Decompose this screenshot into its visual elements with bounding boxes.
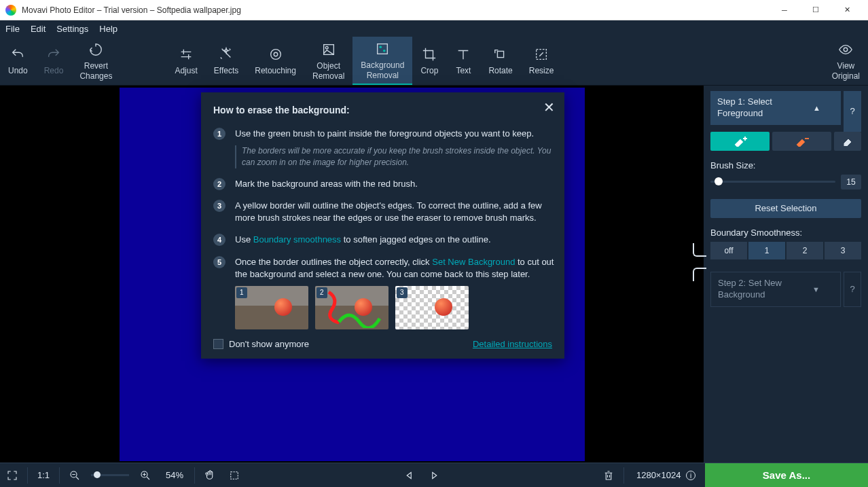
minimize-button[interactable]: ─ — [769, 0, 800, 20]
view-original-button[interactable]: View Original — [824, 37, 868, 85]
step-badge: 4 — [213, 234, 225, 246]
crop-button[interactable]: Crop — [412, 37, 446, 85]
svg-rect-4 — [378, 44, 388, 54]
eraser-button[interactable] — [834, 132, 861, 151]
revert-button[interactable]: Revert Changes — [71, 37, 120, 85]
step-text: Mark the background areas with the red b… — [235, 178, 555, 190]
menu-help[interactable]: Help — [99, 24, 117, 34]
redo-button[interactable]: Redo — [36, 37, 72, 85]
chevron-down-icon: ▼ — [812, 285, 820, 293]
svg-rect-7 — [497, 52, 503, 58]
selection-tool-button[interactable] — [222, 463, 247, 488]
background-removal-button[interactable]: Background Removal — [352, 37, 412, 85]
step-text: Use the green brush to paint inside the … — [235, 128, 555, 168]
step1-header[interactable]: Step 1: Select Foreground▲ — [710, 91, 841, 125]
boundary-3[interactable]: 3 — [825, 242, 861, 259]
app-logo — [5, 5, 16, 16]
brush-size-slider[interactable] — [710, 181, 835, 183]
svg-point-6 — [383, 50, 386, 52]
close-button[interactable]: ✕ — [831, 0, 863, 20]
revert-icon — [87, 41, 105, 58]
boundary-label: Boundary Smoothness: — [710, 228, 861, 238]
help-button-2[interactable]: ? — [844, 272, 861, 307]
crop-icon — [420, 46, 438, 63]
menu-bar: File Edit Settings Help — [0, 20, 868, 37]
zoom-slider[interactable] — [91, 474, 129, 476]
hand-tool-button[interactable] — [198, 463, 222, 488]
step-badge: 3 — [213, 200, 225, 212]
effects-button[interactable]: Effects — [206, 37, 247, 85]
rotate-icon — [492, 46, 509, 63]
sidebar: Step 1: Select Foreground▲ ? Brush Size:… — [704, 86, 868, 463]
adjust-button[interactable]: Adjust — [166, 37, 205, 85]
main-toolbar: Undo Redo Revert Changes Adjust Effects … — [0, 37, 868, 86]
tip-thumb-3: 3 — [395, 286, 469, 329]
zoom-value: 54% — [158, 470, 192, 480]
boundary-off[interactable]: off — [710, 242, 747, 259]
delete-button[interactable] — [596, 463, 621, 488]
boundary-segments: off 1 2 3 — [710, 242, 861, 259]
detailed-instructions-link[interactable]: Detailed instructions — [473, 339, 552, 349]
adjust-icon — [177, 46, 195, 63]
zoom-in-button[interactable] — [133, 463, 158, 488]
svg-point-0 — [270, 50, 281, 60]
rotate-button[interactable]: Rotate — [480, 37, 520, 85]
object-removal-icon — [320, 41, 338, 58]
undo-button[interactable]: Undo — [0, 37, 36, 85]
fullscreen-button[interactable] — [0, 463, 24, 488]
retouching-button[interactable]: Retouching — [247, 37, 304, 85]
window-title: Movavi Photo Editor – Trial version – So… — [22, 5, 769, 15]
eye-icon — [837, 41, 854, 58]
save-as-button[interactable]: Save As... — [705, 463, 868, 488]
maximize-button[interactable]: ☐ — [800, 0, 831, 20]
step-text: A yellow border will outline the object'… — [235, 200, 555, 224]
effects-icon — [217, 46, 235, 63]
checkbox-icon — [213, 339, 223, 349]
tips-heading: How to erase the background: — [213, 105, 564, 115]
tips-close-button[interactable]: ✕ — [543, 99, 555, 115]
dont-show-checkbox[interactable]: Don't show anymore — [213, 339, 309, 349]
svg-point-5 — [380, 46, 382, 49]
brush-add-button[interactable] — [710, 132, 770, 151]
prev-button[interactable] — [397, 463, 422, 488]
brush-subtract-button[interactable] — [772, 132, 831, 151]
set-bg-link[interactable]: Set New Background — [432, 257, 515, 267]
undo-icon — [9, 46, 26, 63]
menu-settings[interactable]: Settings — [56, 24, 88, 34]
boundary-1[interactable]: 1 — [748, 242, 785, 259]
menu-file[interactable]: File — [5, 24, 20, 34]
status-bar: 1:1 54% 1280×1024 i Save As... — [0, 463, 868, 487]
title-bar: Movavi Photo Editor – Trial version – So… — [0, 0, 868, 20]
next-button[interactable] — [422, 463, 446, 488]
redo-icon — [45, 46, 62, 63]
fit-button[interactable]: 1:1 — [31, 470, 56, 480]
tip-thumb-2: 2 — [315, 286, 388, 329]
boundary-2[interactable]: 2 — [786, 242, 823, 259]
boundary-link[interactable]: Boundary smoothness — [253, 234, 341, 245]
text-icon — [454, 46, 472, 63]
info-icon[interactable]: i — [686, 471, 695, 480]
chevron-up-icon: ▲ — [813, 104, 820, 112]
resize-button[interactable]: Resize — [521, 37, 562, 85]
zoom-out-button[interactable] — [62, 463, 87, 488]
resize-icon — [532, 46, 550, 63]
step-badge: 2 — [213, 178, 225, 190]
step-badge: 5 — [213, 256, 225, 268]
step-text: Use Boundary smoothness to soften jagged… — [235, 234, 555, 246]
svg-point-3 — [325, 47, 328, 50]
step2-header[interactable]: Step 2: Set New Background▼ — [710, 272, 841, 307]
svg-point-1 — [274, 53, 278, 57]
canvas-area[interactable]: SOFTPEDIA® ✕ How to erase the background… — [0, 86, 704, 463]
menu-edit[interactable]: Edit — [31, 24, 46, 34]
help-button[interactable]: ? — [844, 91, 861, 132]
dimensions: 1280×1024 i — [627, 470, 705, 481]
object-removal-button[interactable]: Object Removal — [304, 37, 352, 85]
text-button[interactable]: Text — [446, 37, 480, 85]
brush-size-value[interactable]: 15 — [841, 175, 861, 190]
retouch-icon — [267, 46, 285, 63]
tips-panel: ✕ How to erase the background: 1Use the … — [201, 92, 564, 359]
bg-removal-icon — [374, 40, 391, 58]
svg-rect-12 — [231, 471, 238, 479]
reset-selection-button[interactable]: Reset Selection — [710, 199, 861, 218]
main-area: SOFTPEDIA® ✕ How to erase the background… — [0, 86, 868, 463]
